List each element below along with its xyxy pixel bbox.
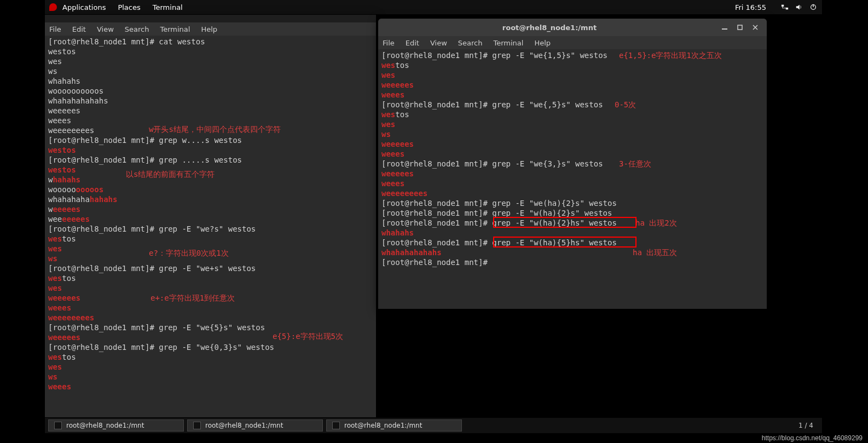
term-line: weees [381,149,763,159]
menu-file[interactable]: File [49,25,61,33]
panel-clock: Fri 16:55 [735,3,766,11]
annotation-text: 以s结尾的前面有五个字符 [126,169,215,179]
term-line: ws [48,66,373,76]
term-line: wes [48,56,373,66]
menu-view[interactable]: View [430,39,447,47]
term-line: westos [381,110,763,119]
term-line: weeeeeeees [48,313,373,323]
menu-view[interactable]: View [97,25,114,33]
menubar-right: File Edit View Search Terminal Help [378,36,767,49]
term-line: whahahahahahs [48,96,373,106]
term-line: woooooooooos [48,185,373,194]
menu-file[interactable]: File [383,39,395,47]
term-line: [root@rhel8_node1 mnt]# grep w....s west… [48,135,373,145]
term-line: weeeeeees [48,214,373,224]
window-title: root@rhel8_node1:/mnt [384,24,715,32]
panel-applications[interactable]: Applications [62,3,106,11]
term-line: whahahahahahahs [48,194,373,204]
taskbar-item-label: root@rhel8_node1:/mnt [66,422,144,429]
term-line: weeeees [48,106,373,116]
term-line: westos [48,234,373,244]
term-line: westos [48,47,373,56]
taskbar-item-label: root@rhel8_node1:/mnt [344,422,422,429]
term-line: whahahahahahs [381,248,763,257]
term-line: westos [48,145,373,155]
terminal-body-right[interactable]: [root@rhel8_node1 mnt]# grep -E "we{1,5}… [378,49,767,309]
menu-search[interactable]: Search [125,25,149,33]
term-line: [root@rhel8_node1 mnt]# grep -E "we{0,3}… [48,342,373,352]
terminal-window-left: File Edit View Search Terminal Help [roo… [45,15,376,417]
term-line: [root@rhel8_node1 mnt]# grep -E "w(ha){2… [381,218,763,228]
close-button[interactable] [749,21,761,33]
menu-edit[interactable]: Edit [72,25,86,33]
terminal-window-right: root@rhel8_node1:/mnt File Edit View Sea… [378,19,767,309]
term-line: [root@rhel8_node1 mnt]# grep -E "we(ha){… [381,198,763,208]
terminal-icon [54,422,62,429]
term-line: westos [48,352,373,362]
redhat-logo-icon [49,3,57,11]
terminal-icon [332,422,340,429]
titlebar-right[interactable]: root@rhel8_node1:/mnt [378,19,767,36]
network-icon[interactable] [780,3,789,11]
menu-terminal[interactable]: Terminal [493,39,523,47]
term-line: westos [381,60,763,70]
menu-help[interactable]: Help [534,39,551,47]
menu-help[interactable]: Help [201,25,217,33]
svg-rect-4 [722,28,727,30]
taskbar-item-label: root@rhel8_node1:/mnt [205,422,283,429]
annotation-text: w开头s结尾，中间四个点代表四个字符 [149,124,281,134]
term-line: [root@rhel8_node1 mnt]# cat westos [48,37,373,47]
term-line: wes [381,70,763,80]
minimize-button[interactable] [719,21,731,33]
term-line: woooooooooos [48,86,373,96]
term-line: weees [48,382,373,392]
annotation-text: e{1,5}:e字符出现1次之五次 [619,50,722,60]
term-line: weees [48,303,373,313]
panel-terminal[interactable]: Terminal [153,3,183,11]
svg-rect-0 [782,5,784,7]
terminal-icon [193,422,201,429]
taskbar-item[interactable]: root@rhel8_node1:/mnt [48,419,184,432]
term-line: [root@rhel8_node1 mnt]# grep -E "we{,5}s… [381,100,763,110]
annotation-text: e+:e字符出现1到任意次 [151,293,235,303]
watermark-text: https://blog.csdn.net/qq_46089299 [762,434,863,442]
term-line: ws [48,372,373,382]
menubar-left: File Edit View Search Terminal Help [45,22,376,36]
term-line: wes [48,283,373,293]
term-line: weeeees [381,80,763,90]
term-line: ws [381,129,763,139]
annotation-text: e{5}:e字符出现5次 [273,331,343,341]
taskbar-item[interactable]: root@rhel8_node1:/mnt [326,419,462,432]
volume-icon[interactable] [795,3,803,11]
term-line: weeeees [381,169,763,179]
term-line: wes [381,119,763,129]
power-icon[interactable] [809,3,818,11]
annotation-text: ha 出现2次 [635,218,677,228]
menu-terminal[interactable]: Terminal [160,25,190,33]
annotation-text: ha 出现五次 [633,248,677,257]
menu-search[interactable]: Search [458,39,483,47]
taskbar-item[interactable]: root@rhel8_node1:/mnt [187,419,323,432]
term-line: weeeeeeees [381,188,763,198]
annotation-text: e?：字符出现0次或1次 [149,248,229,258]
term-line: whahahs [48,76,373,86]
workspace-indicator[interactable]: 1 / 4 [798,422,813,429]
term-line: [root@rhel8_node1 mnt]# grep -E "we+s" w… [48,263,373,273]
term-line: [root@rhel8_node1 mnt]# grep -E "we{3,}s… [381,159,763,169]
taskbar: root@rhel8_node1:/mntroot@rhel8_node1:/m… [45,418,822,433]
svg-rect-5 [738,25,742,30]
annotation-text: 3-任意次 [619,159,651,169]
term-line: [root@rhel8_node1 mnt]# grep -E "we?s" w… [48,224,373,234]
menu-edit[interactable]: Edit [406,39,419,47]
maximize-button[interactable] [734,21,746,33]
terminal-body-left[interactable]: [root@rhel8_node1 mnt]# cat westoswestos… [45,36,376,417]
svg-rect-3 [813,4,813,7]
term-line: [root@rhel8_node1 mnt]# grep -E "w(ha){5… [381,238,763,248]
panel-places[interactable]: Places [118,3,140,11]
term-line: weeeees [48,204,373,214]
term-line: [root@rhel8_node1 mnt]# grep .....s west… [48,155,373,165]
annotation-text: 0-5次 [615,100,636,110]
titlebar-left [45,15,376,22]
term-line: wes [48,362,373,372]
term-line: weees [381,90,763,100]
